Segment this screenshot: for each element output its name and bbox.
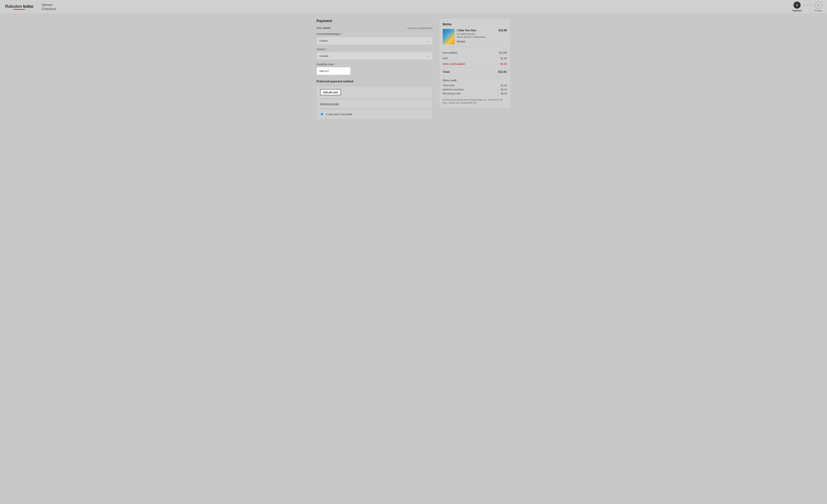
step-2-label: Review [815,9,822,12]
step-2-circle: 2 [815,2,822,9]
promo-code-section: Add promo code [317,99,432,109]
total-row: Total: $14.81 [443,69,507,75]
logo-underline [13,9,25,10]
applied-to-purchase-label: Applied to purchase: [443,88,465,91]
logo-area: Rakuten kobo [5,4,33,10]
checkout-title: Secure Checkout [42,3,56,11]
store-credit-applied-row: Store credit applied: -$1.00 [443,61,507,67]
book-item: I OweYouOne I Owe You One by Sophie Kins… [443,29,507,47]
credit-card-label: Credit card / Visa Debit [326,113,352,116]
book-price: $13.99 [499,29,507,32]
hst-label: HST: [443,57,448,60]
credit-card-section: Credit card / Visa Debit [317,109,432,119]
book-format: eBook (EPUB 3, Reflowable) [457,36,499,38]
applied-to-purchase-value: -$1.00 [500,88,507,91]
cart-subtotal-value: $13.99 [499,51,507,54]
items-panel: Items I OweYouOne I Owe You One by Sophi… [439,19,510,119]
hst-value: $1.82 [500,57,507,60]
transactions-note: All transactions processed by Rakuten Ko… [443,98,507,104]
store-credit-applied-value: -$1.00 [500,62,507,65]
checkout-steps: 1 Payment 2 Review [792,2,822,12]
country-select-wrapper[interactable]: Canada ⌄ [317,52,432,60]
total-label: Total: [443,70,450,74]
postal-label: Postal/Zip Code * [317,63,432,66]
add-gift-card-button[interactable]: Add gift card [320,89,341,95]
total-credit-label: Total credit: [443,84,455,87]
book-details-row: I Owe You One by Sophie Kinsella eBook (… [457,29,507,44]
add-promo-code-link[interactable]: Add promo code [320,102,339,105]
book-title: I Owe You One [457,29,499,32]
step-review: 2 Review [815,2,822,12]
your-details-header: Your details * indicates a required fiel… [317,26,432,30]
country-select[interactable]: Canada [317,52,432,60]
payment-section-title: Payment [317,19,432,23]
book-author: by Sophie Kinsella [457,33,499,35]
store-credit-applied-label: Store credit applied: [443,62,465,65]
remaining-credit-value: $0.00 [501,92,507,95]
remaining-credit-row: Remaining credit: $0.00 [443,92,507,96]
credit-card-radio[interactable] [320,112,324,116]
your-details-label: Your details [317,26,331,30]
applied-to-purchase-row: Applied to purchase: -$1.00 [443,88,507,92]
country-label: Country * [317,48,432,51]
cart-subtotal-row: Cart subtotal: $13.99 [443,50,507,55]
province-select-wrapper[interactable]: Ontario ⌄ [317,37,432,45]
province-label: Province/State/Region * [317,33,432,36]
postal-input[interactable] [317,67,351,75]
header: Rakuten kobo Secure Checkout 1 Payment 2… [0,0,827,14]
items-section-title: Items [443,22,507,26]
total-value: $14.81 [498,70,507,74]
gift-card-section: Add gift card [317,86,432,99]
remaining-credit-label: Remaining credit: [443,92,461,95]
main-content: Payment Your details * indicates a requi… [311,14,516,124]
step-1-label: Payment [792,9,801,12]
book-cover-text: I OweYouOne [446,33,451,40]
book-cover-image: I OweYouOne [443,29,454,44]
total-credit-row: Total credit: $1.00 [443,83,507,88]
book-remove-link[interactable]: Remove [457,40,465,43]
store-credit-section-title: Store credit [443,79,507,82]
cart-subtotal-label: Cart subtotal: [443,51,458,54]
book-info: I Owe You One by Sophie Kinsella eBook (… [457,29,499,43]
total-credit-value: $1.00 [501,84,507,87]
logo-rakuten-text: Rakuten [5,4,22,9]
required-field-note: * indicates a required field [407,27,432,30]
payment-method-title: Preferred payment method [317,80,432,83]
items-section: Items I OweYouOne I Owe You One by Sophi… [439,19,510,108]
rakuten-kobo-logo: Rakuten kobo [5,4,33,10]
step-connector [803,5,813,5]
payment-panel: Payment Your details * indicates a requi… [317,19,432,119]
step-1-circle: 1 [793,2,800,9]
logo-kobo-word: kobo [23,4,33,9]
province-select[interactable]: Ontario [317,37,432,45]
hst-row: HST: $1.82 [443,55,507,61]
step-payment: 1 Payment [792,2,801,12]
